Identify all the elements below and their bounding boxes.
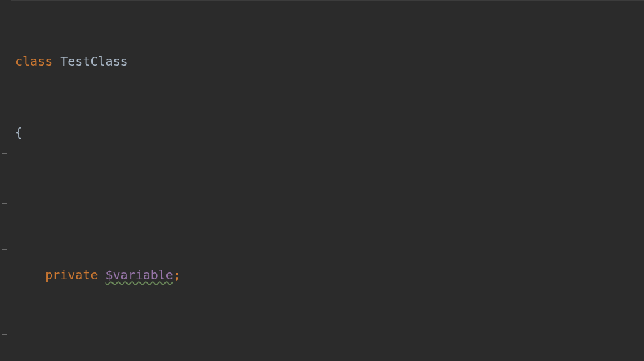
fold-marker-icon[interactable] — [1, 331, 8, 337]
fold-marker-icon[interactable] — [1, 246, 8, 252]
code-line[interactable]: { — [15, 121, 644, 144]
gutter — [0, 0, 11, 361]
keyword-private: private — [45, 267, 98, 282]
code-line[interactable] — [15, 192, 644, 215]
code-area[interactable]: class TestClass { private $variable; pub… — [11, 0, 644, 361]
fold-marker-icon[interactable] — [1, 150, 8, 156]
code-line[interactable] — [15, 334, 644, 358]
code-editor[interactable]: class TestClass { private $variable; pub… — [0, 0, 644, 361]
semicolon: ; — [173, 267, 181, 282]
fold-marker-icon[interactable] — [1, 200, 8, 206]
fold-marker-icon[interactable] — [1, 9, 8, 15]
brace-open: { — [15, 125, 23, 140]
code-line[interactable]: class TestClass — [15, 49, 644, 73]
class-name: TestClass — [60, 54, 128, 69]
variable-declaration: $variable — [106, 267, 173, 282]
keyword-class: class — [15, 54, 53, 69]
code-line[interactable]: private $variable; — [15, 263, 644, 287]
